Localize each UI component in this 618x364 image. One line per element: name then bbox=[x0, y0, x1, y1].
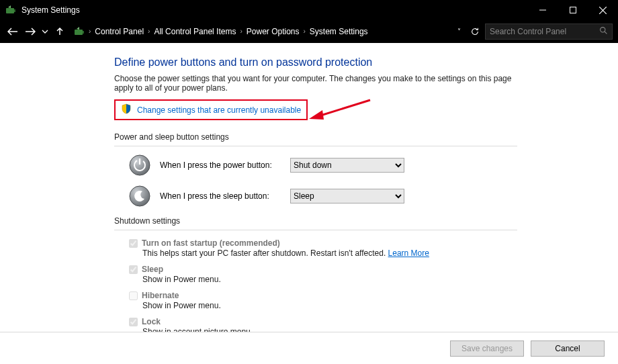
power-button-label: When I press the power button: bbox=[160, 161, 281, 170]
shutdown-item-fast-startup: Turn on fast startup (recommended) This … bbox=[129, 238, 492, 258]
power-button-icon bbox=[129, 154, 150, 176]
hibernate-label: Hibernate bbox=[142, 291, 179, 300]
fast-startup-checkbox bbox=[129, 239, 138, 248]
divider bbox=[114, 230, 517, 230]
svg-rect-3 bbox=[570, 7, 576, 13]
svg-marker-11 bbox=[309, 110, 324, 120]
sleep-desc: Show in Power menu. bbox=[142, 275, 492, 284]
breadcrumb-item-all-items[interactable]: All Control Panel Items bbox=[154, 27, 236, 36]
search-box[interactable] bbox=[485, 24, 613, 40]
shutdown-item-sleep: Sleep Show in Power menu. bbox=[129, 265, 492, 284]
section-power-sleep-title: Power and sleep button settings bbox=[114, 132, 517, 142]
lock-desc: Show in account picture menu. bbox=[142, 327, 492, 332]
minimize-button[interactable] bbox=[527, 0, 558, 20]
chevron-right-icon[interactable]: › bbox=[89, 28, 91, 35]
breadcrumb-folder-icon bbox=[74, 26, 85, 37]
svg-rect-6 bbox=[75, 30, 83, 35]
app-icon bbox=[5, 5, 16, 15]
page-title: Define power buttons and turn on passwor… bbox=[114, 56, 618, 69]
shield-icon bbox=[121, 103, 132, 116]
sleep-checkbox bbox=[129, 265, 138, 274]
sleep-button-select[interactable]: Sleep bbox=[290, 189, 404, 203]
chevron-right-icon[interactable]: › bbox=[240, 28, 242, 35]
content-pane: Define power buttons and turn on passwor… bbox=[0, 43, 618, 332]
chevron-right-icon[interactable]: › bbox=[304, 28, 306, 35]
annotation-arrow-icon bbox=[306, 98, 373, 127]
footer: Save changes Cancel bbox=[0, 332, 618, 364]
page-description: Choose the power settings that you want … bbox=[114, 74, 524, 93]
forward-button[interactable] bbox=[23, 24, 38, 39]
refresh-button[interactable] bbox=[468, 24, 482, 39]
back-button[interactable] bbox=[5, 24, 20, 39]
power-button-row: When I press the power button: Shut down bbox=[129, 154, 618, 176]
window-title: System Settings bbox=[21, 5, 80, 15]
sleep-button-row: When I press the sleep button: Sleep bbox=[129, 185, 618, 207]
previous-locations-button[interactable]: ˅ bbox=[454, 28, 464, 34]
recent-locations-button[interactable] bbox=[40, 24, 50, 39]
svg-point-8 bbox=[601, 27, 605, 32]
svg-line-9 bbox=[605, 32, 607, 34]
close-button[interactable] bbox=[588, 0, 618, 20]
navbar: › Control Panel › All Control Panel Item… bbox=[0, 20, 618, 43]
chevron-right-icon[interactable]: › bbox=[148, 28, 150, 35]
lock-label: Lock bbox=[142, 317, 161, 326]
shutdown-item-hibernate: Hibernate Show in Power menu. bbox=[129, 291, 492, 310]
svg-rect-1 bbox=[14, 9, 15, 12]
search-icon[interactable] bbox=[599, 26, 608, 37]
lock-checkbox bbox=[129, 318, 138, 326]
admin-link-text[interactable]: Change settings that are currently unava… bbox=[137, 105, 301, 115]
section-shutdown-title: Shutdown settings bbox=[114, 216, 517, 226]
breadcrumb: › Control Panel › All Control Panel Item… bbox=[74, 24, 482, 39]
titlebar: System Settings bbox=[0, 0, 618, 20]
maximize-button[interactable] bbox=[558, 0, 588, 20]
breadcrumb-item-system-settings[interactable]: System Settings bbox=[310, 27, 368, 36]
hibernate-checkbox bbox=[129, 291, 138, 300]
svg-line-10 bbox=[318, 100, 370, 116]
learn-more-link[interactable]: Learn More bbox=[388, 248, 429, 258]
fast-startup-desc: This helps start your PC faster after sh… bbox=[142, 248, 492, 258]
shutdown-item-lock: Lock Show in account picture menu. bbox=[129, 317, 492, 332]
sleep-label: Sleep bbox=[142, 265, 163, 274]
divider bbox=[114, 146, 517, 146]
breadcrumb-item-control-panel[interactable]: Control Panel bbox=[95, 27, 144, 36]
change-unavailable-settings-link[interactable]: Change settings that are currently unava… bbox=[114, 99, 308, 120]
fast-startup-label: Turn on fast startup (recommended) bbox=[142, 238, 280, 248]
search-input[interactable] bbox=[490, 27, 595, 36]
sleep-button-label: When I press the sleep button: bbox=[160, 191, 281, 201]
cancel-button[interactable]: Cancel bbox=[531, 340, 605, 357]
hibernate-desc: Show in Power menu. bbox=[142, 301, 492, 310]
sleep-button-icon bbox=[129, 185, 150, 207]
svg-rect-7 bbox=[83, 31, 84, 34]
up-button[interactable] bbox=[52, 24, 67, 39]
svg-rect-0 bbox=[6, 8, 14, 13]
breadcrumb-item-power-options[interactable]: Power Options bbox=[247, 27, 300, 36]
save-button: Save changes bbox=[450, 340, 524, 357]
svg-point-12 bbox=[130, 155, 150, 175]
power-button-select[interactable]: Shut down bbox=[290, 158, 404, 173]
